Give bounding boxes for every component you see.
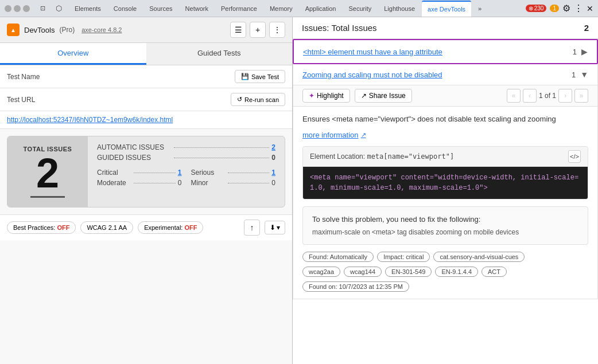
experimental-label: Experimental: — [144, 224, 182, 231]
nav-next-btn[interactable]: › — [558, 89, 572, 103]
test-url-display[interactable]: http://localhost:52347/I6hN0TDZ~1em9w6k/… — [0, 111, 292, 129]
issue-1-header[interactable]: <html> element must have a lang attribut… — [294, 40, 597, 63]
tab-guided-tests[interactable]: Guided Tests — [146, 43, 293, 65]
moderate-dots — [134, 183, 176, 183]
element-location-text: Element Location: — [310, 152, 365, 161]
tag-act: ACT — [481, 267, 507, 277]
save-test-label: Save Test — [251, 73, 279, 80]
tab-elements[interactable]: Elements — [69, 1, 107, 17]
best-practices-toggle[interactable]: Best Practices: OFF — [7, 221, 76, 234]
guided-dots — [174, 158, 269, 158]
best-practices-value: OFF — [57, 224, 69, 231]
test-url-row: Test URL ↺ Re-run scan — [0, 88, 292, 111]
severity-grid: Critical 1 Serious 1 Moderate 0 — [97, 169, 275, 187]
tags-row-1: Found: Automatically Impact: critical ca… — [302, 252, 588, 262]
tag-en-301-549: EN-301-549 — [385, 267, 432, 277]
share-issue-button[interactable]: ↗ Share Issue — [355, 89, 412, 103]
warn-badge: 1 — [550, 5, 559, 12]
nav-first-btn[interactable]: « — [507, 89, 521, 103]
window-controls — [5, 5, 30, 12]
rerun-icon: ↺ — [237, 96, 242, 103]
total-issues-box: TOTAL ISSUES 2 — [7, 136, 88, 207]
code-body: <meta name="viewport" content="width=dev… — [303, 167, 588, 199]
serious-count[interactable]: 1 — [271, 169, 275, 177]
nav-last-btn[interactable]: » — [574, 89, 588, 103]
tags-row-2: wcag2aa wcag144 EN-301-549 EN-9.1.4.4 AC… — [302, 267, 588, 277]
save-test-button[interactable]: 💾 Save Test — [235, 70, 285, 83]
wcag-filter-btn[interactable]: WCAG 2.1 AA — [80, 221, 133, 234]
menu-btn[interactable]: ⋮ — [269, 22, 285, 38]
tab-inspector[interactable]: ⬡ — [50, 1, 68, 17]
error-icon: ⊗ — [529, 5, 533, 11]
left-tab-bar: Overview Guided Tests — [0, 43, 292, 65]
guided-label: GUIDED ISSUES — [97, 154, 172, 162]
automatic-label: AUTOMATIC ISSUES — [97, 143, 172, 151]
share-button[interactable]: ↑ — [244, 220, 260, 236]
tab-application[interactable]: Application — [300, 1, 342, 17]
tab-lighthouse[interactable]: Lighthouse — [378, 1, 421, 17]
tab-performance[interactable]: Performance — [215, 1, 263, 17]
moderate-label: Moderate — [97, 179, 131, 187]
copy-code-btn[interactable]: </> — [568, 150, 581, 163]
axe-logo: ▲ — [7, 24, 20, 36]
tab-cursor[interactable]: ⊡ — [37, 1, 49, 17]
settings-icon[interactable]: ⚙ — [562, 3, 570, 14]
critical-row: Critical 1 — [97, 169, 182, 177]
close-btn[interactable] — [5, 5, 11, 12]
list-view-btn[interactable]: ☰ — [230, 22, 246, 38]
more-info-link[interactable]: more information ↗ — [302, 131, 588, 139]
add-btn[interactable]: + — [250, 22, 266, 38]
issue-2-title: Zooming and scaling must not be disabled — [302, 71, 572, 79]
tab-security[interactable]: Security — [343, 1, 377, 17]
critical-label: Critical — [97, 169, 131, 177]
experimental-toggle[interactable]: Experimental: OFF — [138, 221, 203, 234]
rerun-scan-button[interactable]: ↺ Re-run scan — [231, 93, 285, 106]
serious-label: Serious — [191, 169, 226, 177]
moderate-row: Moderate 0 — [97, 179, 182, 187]
tag-wcag144: wcag144 — [344, 267, 382, 277]
tab-network[interactable]: Network — [180, 1, 214, 17]
close-icon[interactable]: ✕ — [587, 4, 593, 13]
axe-version[interactable]: axe-core 4.8.2 — [81, 26, 122, 33]
critical-count[interactable]: 1 — [178, 169, 182, 177]
right-count: 2 — [584, 23, 589, 33]
issue-2-chevron: ▼ — [580, 70, 588, 79]
minor-label: Minor — [191, 179, 226, 187]
dropdown-arrow: ▾ — [277, 224, 280, 232]
issue-2-description: Ensures <meta name="viewport"> does not … — [302, 113, 588, 125]
nav-prev-btn[interactable]: ‹ — [523, 89, 537, 103]
maximize-btn[interactable] — [23, 5, 30, 12]
tab-axe-devtools[interactable]: axe DevTools — [422, 1, 471, 17]
issue-2-content: Ensures <meta name="viewport"> does not … — [293, 107, 597, 299]
chrome-right-controls: ⊗ 230 1 ⚙ ⋮ ✕ — [526, 3, 593, 14]
issue-2-count: 1 — [572, 71, 576, 79]
bottom-controls: Best Practices: OFF WCAG 2.1 AA Experime… — [0, 214, 292, 240]
axe-header-controls: ☰ + ⋮ — [230, 22, 285, 38]
automatic-count[interactable]: 2 — [271, 143, 275, 151]
more-icon[interactable]: ⋮ — [574, 3, 583, 14]
highlight-label: Highlight — [317, 92, 344, 100]
experimental-value: OFF — [184, 224, 197, 231]
tab-memory[interactable]: Memory — [264, 1, 298, 17]
download-icon: ⬇ — [270, 224, 275, 232]
highlight-button[interactable]: ✦ Highlight — [302, 89, 350, 103]
tab-sources[interactable]: Sources — [143, 1, 178, 17]
download-button[interactable]: ⬇ ▾ — [265, 221, 285, 234]
axe-header: ▲ DevTools (Pro) axe-core 4.8.2 ☰ + ⋮ — [0, 17, 292, 43]
error-count: 230 — [534, 5, 544, 11]
browser-chrome: ⊡ ⬡ Elements Console Sources Network Per… — [0, 0, 598, 17]
minimize-btn[interactable] — [14, 5, 21, 12]
element-location-value: meta[name="viewport"] — [367, 152, 454, 161]
tab-console[interactable]: Console — [108, 1, 142, 17]
warn-count: 1 — [553, 5, 556, 11]
save-icon: 💾 — [241, 73, 249, 80]
more-info-label: more information — [302, 131, 359, 139]
fix-detail: maximum-scale on <meta> tag disables zoo… — [312, 228, 578, 236]
issue-card-2: Zooming and scaling must not be disabled… — [293, 64, 598, 299]
issue-2-header[interactable]: Zooming and scaling must not be disabled… — [293, 64, 597, 85]
best-practices-label: Best Practices: — [13, 224, 55, 231]
tab-overview[interactable]: Overview — [0, 43, 146, 65]
main-layout: ▲ DevTools (Pro) axe-core 4.8.2 ☰ + ⋮ Ov… — [0, 17, 598, 364]
test-url-label: Test URL — [7, 96, 47, 104]
tab-more[interactable]: » — [472, 1, 487, 17]
